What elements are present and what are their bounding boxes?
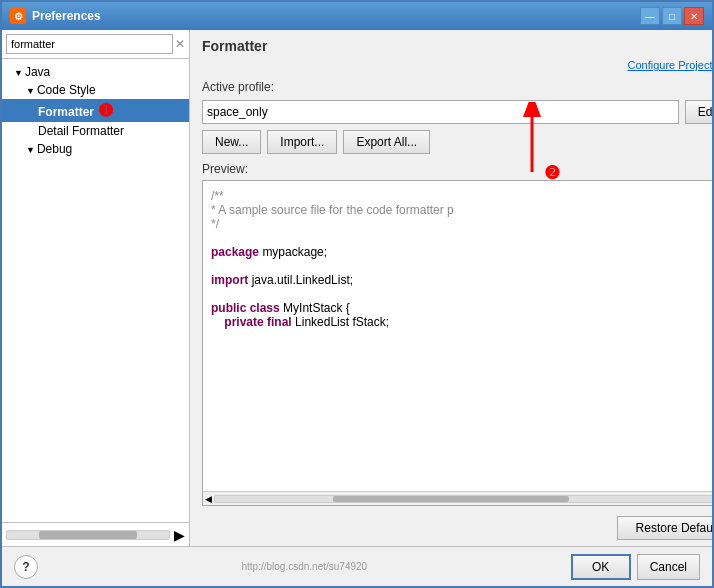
code-line-2: * A sample source file for the code form… bbox=[211, 203, 712, 217]
export-all-button[interactable]: Export All... bbox=[343, 130, 430, 154]
window-footer: ? http://blog.csdn.net/su74920 OK Cancel bbox=[2, 546, 712, 586]
code-line-9: public class MyIntStack { bbox=[211, 301, 712, 315]
profile-dropdown[interactable]: space_only bbox=[202, 100, 679, 124]
window-body: ✕ ▼Java ▼Code Style Formatter ➊ Detail F… bbox=[2, 30, 712, 546]
cancel-button[interactable]: Cancel bbox=[637, 554, 700, 580]
code-line-4 bbox=[211, 231, 712, 245]
preview-label: Preview: bbox=[202, 162, 712, 176]
active-profile-label: Active profile: bbox=[202, 80, 274, 94]
sidebar-item-debug[interactable]: ▼Debug bbox=[2, 140, 189, 158]
sidebar-item-code-style[interactable]: ▼Code Style bbox=[2, 81, 189, 99]
bottom-buttons-row: Restore Defaults Apply bbox=[190, 510, 712, 546]
preview-hscrollbar[interactable]: ◀ ▶ bbox=[203, 491, 712, 505]
maximize-button[interactable]: □ bbox=[662, 7, 682, 25]
code-line-10: private final LinkedList fStack; bbox=[211, 315, 712, 329]
main-content: Formatter ◀ ▼ ▶ ▼ Configure Project Spec… bbox=[190, 30, 712, 546]
search-input[interactable] bbox=[6, 34, 173, 54]
preview-inner: /** * A sample source file for the code … bbox=[203, 181, 712, 491]
sidebar-search-area: ✕ bbox=[2, 30, 189, 59]
ok-button[interactable]: OK bbox=[571, 554, 631, 580]
profile-row: Active profile: bbox=[190, 76, 712, 98]
preview-code-content: /** * A sample source file for the code … bbox=[203, 181, 712, 337]
code-line-5: package mypackage; bbox=[211, 245, 712, 259]
preferences-window: ⚙ Preferences — □ ✕ ✕ ▼Java ▼Code Style bbox=[0, 0, 714, 588]
edit-button[interactable]: Edit... bbox=[685, 100, 712, 124]
expand-icon: ▼ bbox=[14, 68, 23, 78]
preview-box: /** * A sample source file for the code … bbox=[202, 180, 712, 506]
configure-project-link[interactable]: Configure Project Specific Settings... bbox=[615, 59, 712, 71]
page-title: Formatter bbox=[202, 38, 267, 54]
restore-defaults-button[interactable]: Restore Defaults bbox=[617, 516, 712, 540]
sidebar-item-detail-formatter[interactable]: Detail Formatter bbox=[2, 122, 189, 140]
sidebar-scroll-right[interactable]: ▶ bbox=[174, 527, 185, 543]
window-title: Preferences bbox=[32, 9, 640, 23]
window-icon: ⚙ bbox=[10, 8, 26, 24]
hscroll-thumb[interactable] bbox=[333, 496, 569, 502]
import-button[interactable]: Import... bbox=[267, 130, 337, 154]
hscroll-track bbox=[214, 495, 712, 503]
scroll-left-icon[interactable]: ◀ bbox=[205, 494, 212, 504]
minimize-button[interactable]: — bbox=[640, 7, 660, 25]
configure-link-area: Configure Project Specific Settings... bbox=[190, 58, 712, 76]
ok-cancel-buttons: OK Cancel bbox=[571, 554, 700, 580]
watermark-text: http://blog.csdn.net/su74920 bbox=[38, 561, 571, 572]
code-line-7: import java.util.LinkedList; bbox=[211, 273, 712, 287]
code-line-3: */ bbox=[211, 217, 712, 231]
sidebar: ✕ ▼Java ▼Code Style Formatter ➊ Detail F… bbox=[2, 30, 190, 546]
action-buttons-row: New... Import... Export All... bbox=[190, 126, 712, 158]
sidebar-bottom: ▶ bbox=[2, 522, 189, 546]
profile-dropdown-wrapper: space_only bbox=[202, 100, 679, 124]
preview-code-area[interactable]: /** * A sample source file for the code … bbox=[203, 181, 712, 491]
code-line-1: /** bbox=[211, 189, 712, 203]
code-line-8 bbox=[211, 287, 712, 301]
clear-search-icon[interactable]: ✕ bbox=[175, 37, 185, 51]
new-button[interactable]: New... bbox=[202, 130, 261, 154]
title-bar: ⚙ Preferences — □ ✕ bbox=[2, 2, 712, 30]
expand-icon: ▼ bbox=[26, 86, 35, 96]
preview-section: Preview: /** * A sample source file for … bbox=[190, 158, 712, 510]
window-controls: — □ ✕ bbox=[640, 7, 704, 25]
expand-icon: ▼ bbox=[26, 145, 35, 155]
sidebar-item-formatter[interactable]: Formatter ➊ bbox=[2, 99, 189, 122]
help-button[interactable]: ? bbox=[14, 555, 38, 579]
main-header: Formatter ◀ ▼ ▶ ▼ bbox=[190, 30, 712, 58]
code-line-6 bbox=[211, 259, 712, 273]
sidebar-item-java[interactable]: ▼Java bbox=[2, 63, 189, 81]
sidebar-tree: ▼Java ▼Code Style Formatter ➊ Detail For… bbox=[2, 59, 189, 522]
close-button[interactable]: ✕ bbox=[684, 7, 704, 25]
profile-controls-row: space_only Edit... Remove bbox=[190, 98, 712, 126]
